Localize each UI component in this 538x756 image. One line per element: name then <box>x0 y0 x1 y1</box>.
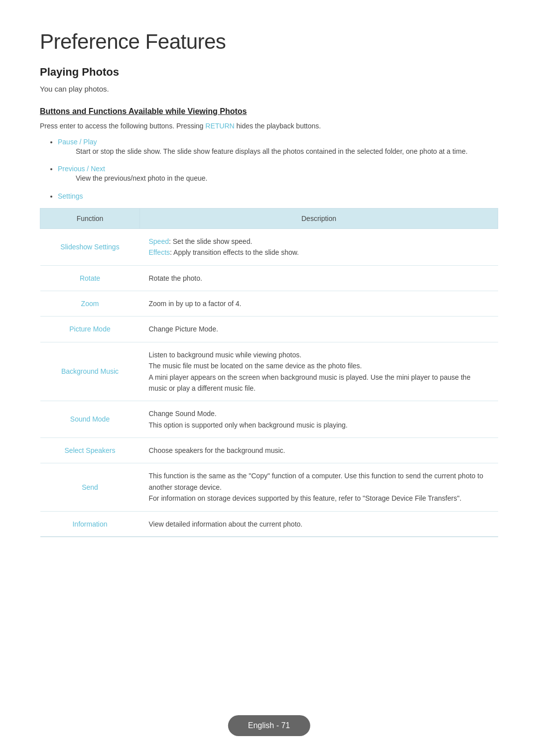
subsection-title: Buttons and Functions Available while Vi… <box>40 107 498 116</box>
pause-play-desc: Start or stop the slide show. The slide … <box>76 146 498 157</box>
background-music-link: Background Music <box>61 367 119 375</box>
table-cell-function: Information <box>40 511 140 537</box>
slideshow-settings-link: Slideshow Settings <box>60 243 119 251</box>
table-cell-function: Picture Mode <box>40 317 140 342</box>
table-cell-description: This function is the same as the "Copy" … <box>140 463 498 511</box>
table-cell-description: Rotate the photo. <box>140 265 498 291</box>
table-header-function: Function <box>40 208 140 228</box>
previous-next-desc: View the previous/next photo in the queu… <box>76 173 498 184</box>
information-link: Information <box>72 520 107 528</box>
effects-link: Effects <box>149 248 170 256</box>
intro-text-after: hides the playback buttons. <box>235 122 321 130</box>
list-item: Settings <box>58 192 498 200</box>
rotate-link: Rotate <box>80 274 100 282</box>
table-cell-function: Sound Mode <box>40 401 140 438</box>
table-cell-description: Listen to background music while viewing… <box>140 342 498 401</box>
table-row: Select Speakers Choose speakers for the … <box>40 438 498 463</box>
speed-link: Speed <box>149 237 169 245</box>
list-item: Previous / Next View the previous/next p… <box>58 165 498 184</box>
subtitle: You can play photos. <box>40 85 498 93</box>
sound-mode-link: Sound Mode <box>70 415 110 423</box>
table-cell-description: Speed: Set the slide show speed. Effects… <box>140 228 498 265</box>
bullet-list: Pause / Play Start or stop the slide sho… <box>40 138 498 200</box>
table-row: Picture Mode Change Picture Mode. <box>40 317 498 342</box>
page-title: Preference Features <box>40 30 498 54</box>
table-cell-function: Background Music <box>40 342 140 401</box>
table-cell-description: Zoom in by up to a factor of 4. <box>140 291 498 316</box>
table-row: Zoom Zoom in by up to a factor of 4. <box>40 291 498 316</box>
table-row: Slideshow Settings Speed: Set the slide … <box>40 228 498 265</box>
table-row: Rotate Rotate the photo. <box>40 265 498 291</box>
table-cell-description: Change Picture Mode. <box>140 317 498 342</box>
table-row: Information View detailed information ab… <box>40 511 498 537</box>
list-item: Pause / Play Start or stop the slide sho… <box>58 138 498 157</box>
table-cell-description: Change Sound Mode. This option is suppor… <box>140 401 498 438</box>
table-cell-description: Choose speakers for the background music… <box>140 438 498 463</box>
table-cell-description: View detailed information about the curr… <box>140 511 498 537</box>
table-header-description: Description <box>140 208 498 228</box>
table-header-row: Function Description <box>40 208 498 228</box>
settings-link: Settings <box>58 192 83 200</box>
table-row: Sound Mode Change Sound Mode. This optio… <box>40 401 498 438</box>
send-link: Send <box>82 483 98 491</box>
table-row: Background Music Listen to background mu… <box>40 342 498 401</box>
section-title: Playing Photos <box>40 66 498 79</box>
table-cell-function: Slideshow Settings <box>40 228 140 265</box>
page-footer: English - 71 <box>228 715 310 736</box>
table-cell-function: Rotate <box>40 265 140 291</box>
intro-text: Press enter to access the following butt… <box>40 122 498 130</box>
table-row: Send This function is the same as the "C… <box>40 463 498 511</box>
table-cell-function: Send <box>40 463 140 511</box>
select-speakers-link: Select Speakers <box>65 446 116 454</box>
return-keyword: RETURN <box>205 122 234 130</box>
pause-play-link: Pause / Play <box>58 138 97 146</box>
zoom-link: Zoom <box>81 300 99 308</box>
settings-table: Function Description Slideshow Settings … <box>40 208 498 537</box>
table-cell-function: Select Speakers <box>40 438 140 463</box>
picture-mode-link: Picture Mode <box>69 325 110 333</box>
table-cell-function: Zoom <box>40 291 140 316</box>
previous-next-link: Previous / Next <box>58 165 105 173</box>
intro-text-before: Press enter to access the following butt… <box>40 122 205 130</box>
